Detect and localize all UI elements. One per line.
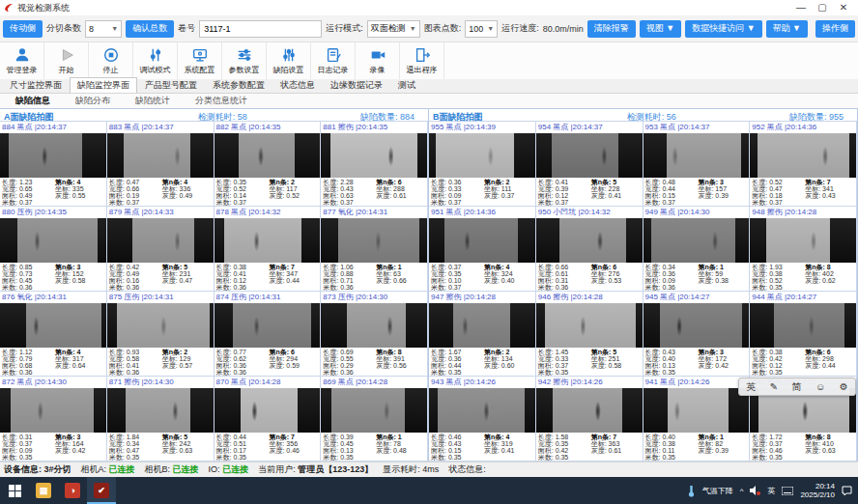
defect-cell[interactable]: 945 黑点 |20:14:27长度: 0.43宽度: 0.40面积: 0.13… xyxy=(644,292,751,377)
defect-position-line: 坐标: 228 xyxy=(591,185,641,192)
ime-language-indicator[interactable]: 英 xyxy=(767,486,775,496)
defect-image xyxy=(536,388,643,433)
start-menu-button[interactable] xyxy=(0,477,29,504)
start-button[interactable]: 开始 xyxy=(44,42,89,79)
defect-cell[interactable]: 872 黑点 |20:14:30长度: 0.31宽度: 0.37面积: 0.09… xyxy=(0,377,107,462)
defect-cell[interactable]: 947 擦伤 |20:14:28长度: 1.67宽度: 0.36面积: 0.44… xyxy=(429,292,536,377)
defect-cell[interactable]: 870 黑点 |20:14:28长度: 0.44宽度: 0.51面积: 0.17… xyxy=(214,377,322,462)
defect-cell[interactable]: 948 擦伤 |20:14:28长度: 1.93宽度: 0.38面积: 0.52… xyxy=(750,207,857,292)
maximize-button[interactable]: ▢ xyxy=(812,1,833,14)
tab-defect-monitor[interactable]: 缺陷监控界面 xyxy=(70,77,137,93)
close-button[interactable]: ✕ xyxy=(833,1,854,14)
defect-cell[interactable]: 946 擦伤 |20:14:28长度: 1.45宽度: 0.33面积: 0.37… xyxy=(536,292,644,377)
defect-cell[interactable]: 942 擦伤 |20:14:26长度: 1.58宽度: 0.35面积: 0.42… xyxy=(536,377,644,462)
record-video-button[interactable]: 录像 xyxy=(356,42,400,79)
defect-cell[interactable]: 880 压伤 |20:14:35长度: 0.85宽度: 0.73面积: 0.45… xyxy=(0,207,107,292)
defect-measure-line: 面积: 0.19 xyxy=(109,192,162,199)
defect-cell[interactable]: 884 黑点 |20:14:37长度: 1.23宽度: 0.65面积: 0.49… xyxy=(0,122,107,207)
camera-b-label: 相机B: xyxy=(145,464,171,474)
defect-measurements: 长度: 1.06宽度: 0.88面积: 0.71米数: 0.36 xyxy=(323,264,376,291)
subtab-defect-stats[interactable]: 缺陷统计 xyxy=(135,95,170,107)
defect-cell[interactable]: 943 黑点 |20:14:26长度: 0.46宽度: 0.43面积: 0.15… xyxy=(429,377,536,462)
tab-edge-data-record[interactable]: 边缘数据记录 xyxy=(323,77,390,93)
defect-cell[interactable]: 949 黑点 |20:14:30长度: 0.34宽度: 0.36面积: 0.09… xyxy=(644,207,751,292)
defect-cell[interactable]: 953 黑点 |20:14:37长度: 0.48宽度: 0.44面积: 0.15… xyxy=(644,122,751,207)
defect-measure-line: 面积: 0.10 xyxy=(431,277,484,284)
defect-cell[interactable]: 873 压伤 |20:14:30长度: 0.69宽度: 0.55面积: 0.29… xyxy=(321,292,428,377)
defect-cell-header: 875 压伤 |20:14:31 xyxy=(107,292,214,303)
defect-cell[interactable]: 954 黑点 |20:14:37长度: 0.41宽度: 0.39面积: 0.12… xyxy=(536,122,644,207)
defect-measure-line: 长度: 0.36 xyxy=(431,179,484,185)
defect-cell[interactable]: 952 黑点 |20:14:36长度: 0.52宽度: 0.47面积: 0.18… xyxy=(750,122,857,207)
system-config-button[interactable]: 系统配置 xyxy=(178,42,222,79)
defect-position-line: 坐标: 363 xyxy=(591,440,641,447)
defect-position-line: 灰度: 0.43 xyxy=(805,192,854,199)
tab-test[interactable]: 测试 xyxy=(390,77,423,93)
ime-pen-icon[interactable]: ✎ xyxy=(770,381,778,392)
admin-login-button[interactable]: 管理登录 xyxy=(0,42,44,79)
ime-toolbar[interactable]: 英 ✎ 简 ☺ ⚙ xyxy=(738,378,856,396)
defect-cell[interactable]: 875 压伤 |20:14:31长度: 0.93宽度: 0.58面积: 0.41… xyxy=(107,292,214,377)
defect-cell[interactable]: 874 压伤 |20:14:31长度: 0.77宽度: 0.62面积: 0.36… xyxy=(214,292,322,377)
confirm-total-button[interactable]: 确认总数 xyxy=(126,20,174,38)
defect-settings-button[interactable]: 缺陷设置 xyxy=(267,42,311,79)
taskbar-app-file-explorer[interactable]: ▤ xyxy=(29,477,58,504)
ime-settings-gear-icon[interactable]: ⚙ xyxy=(840,381,848,392)
log-record-button[interactable]: 日志记录 xyxy=(311,42,356,79)
defect-image xyxy=(214,133,321,178)
view-menu-button[interactable]: 视图 ▼ xyxy=(640,20,681,38)
speaker-icon[interactable] xyxy=(750,486,760,495)
roll-number-input[interactable] xyxy=(199,20,322,38)
tab-product-config[interactable]: 产品型号配置 xyxy=(137,77,205,93)
subtab-defect-info[interactable]: 缺陷信息 xyxy=(15,95,50,107)
ime-lang-toggle[interactable]: 英 xyxy=(746,380,756,394)
defect-cell[interactable]: 881 擦伤 |20:14:35长度: 2.28宽度: 0.43面积: 0.63… xyxy=(321,122,428,207)
taskbar-app-browser[interactable]: ◑ xyxy=(58,477,87,504)
drive-side-button[interactable]: 传动侧 xyxy=(3,20,43,38)
defect-cell[interactable]: 950 小凹坑 |20:14:32长度: 0.66宽度: 0.61面积: 0.3… xyxy=(536,207,644,292)
defect-measure-line: 长度: 0.93 xyxy=(109,349,162,355)
help-menu-button[interactable]: 帮助 ▼ xyxy=(766,20,808,38)
defect-measure-line: 长度: 1.45 xyxy=(538,349,591,355)
defect-cell[interactable]: 883 黑点 |20:14:37长度: 0.47宽度: 0.66面积: 0.19… xyxy=(107,122,214,207)
clear-alarm-button[interactable]: 清除报警 xyxy=(587,20,636,38)
subtab-class-info-stats[interactable]: 分类信息统计 xyxy=(195,95,247,107)
defect-info: 长度: 0.85宽度: 0.73面积: 0.45米数: 0.36第n条: 3坐标… xyxy=(0,263,106,291)
data-quick-access-button[interactable]: 数据快捷访问 ▼ xyxy=(685,20,761,38)
tab-status-info[interactable]: 状态信息 xyxy=(272,77,323,93)
defect-cell[interactable]: 941 黑点 |20:14:26长度: 0.40宽度: 0.38面积: 0.11… xyxy=(644,377,751,462)
operator-side-button[interactable]: 操作侧 xyxy=(815,20,855,38)
defect-cell[interactable]: 877 氧化 |20:14:31长度: 1.06宽度: 0.88面积: 0.71… xyxy=(321,207,428,292)
parameter-settings-button[interactable]: 参数设置 xyxy=(222,42,267,79)
defect-cell[interactable]: 871 擦伤 |20:14:30长度: 1.84宽度: 0.34面积: 0.47… xyxy=(107,377,214,462)
defect-cell[interactable]: 878 黑点 |20:14:32长度: 0.38宽度: 0.41面积: 0.12… xyxy=(214,207,322,292)
defect-cell[interactable]: 882 黑点 |20:14:35长度: 0.35宽度: 0.52面积: 0.14… xyxy=(214,122,322,207)
ime-emoji-icon[interactable]: ☺ xyxy=(815,381,825,392)
clock[interactable]: 20:14 2025/2/10 xyxy=(800,482,835,499)
exit-program-button[interactable]: 退出程序 xyxy=(400,42,444,79)
minimize-button[interactable]: — xyxy=(790,1,812,14)
run-mode-select[interactable]: 双面检测▼ xyxy=(367,20,420,38)
defect-cell[interactable]: 879 黑点 |20:14:33长度: 0.42宽度: 0.49面积: 0.16… xyxy=(107,207,214,292)
defect-cell[interactable]: 876 氧化 |20:14:31长度: 1.12宽度: 0.79面积: 0.68… xyxy=(0,292,107,377)
defect-cell[interactable]: 951 黑点 |20:14:36长度: 0.37宽度: 0.35面积: 0.10… xyxy=(429,207,536,292)
ime-simplified-toggle[interactable]: 简 xyxy=(792,380,802,394)
debug-mode-button[interactable]: 调试模式 xyxy=(133,42,178,79)
defect-cell[interactable]: 955 黑点 |20:14:39长度: 0.36宽度: 0.33面积: 0.09… xyxy=(429,122,536,207)
chart-points-select[interactable]: 100▼ xyxy=(465,20,498,38)
slit-count-select[interactable]: 8▼ xyxy=(85,20,122,38)
defect-cell[interactable]: 944 黑点 |20:14:27长度: 0.38宽度: 0.42面积: 0.12… xyxy=(750,292,857,377)
tab-size-monitor[interactable]: 尺寸监控界面 xyxy=(2,77,70,93)
tray-expand-chevron[interactable]: ^ xyxy=(740,487,744,495)
defect-measure-line: 面积: 0.18 xyxy=(752,192,805,199)
defect-measure-line: 面积: 0.42 xyxy=(538,447,591,454)
taskbar-app-vision-system[interactable]: ✔ xyxy=(87,477,116,504)
defect-position-line: 灰度: 0.49 xyxy=(162,192,212,199)
tab-system-params[interactable]: 系统参数配置 xyxy=(205,77,272,93)
stop-button[interactable]: 停止 xyxy=(89,42,133,79)
defect-cell[interactable]: 869 黑点 |20:14:28长度: 0.39宽度: 0.45面积: 0.13… xyxy=(321,377,428,462)
weather-text[interactable]: 气温下降 xyxy=(702,486,733,496)
notification-center-icon[interactable] xyxy=(842,486,852,496)
keyboard-icon[interactable] xyxy=(782,487,793,495)
subtab-defect-distribution[interactable]: 缺陷分布 xyxy=(75,95,110,107)
